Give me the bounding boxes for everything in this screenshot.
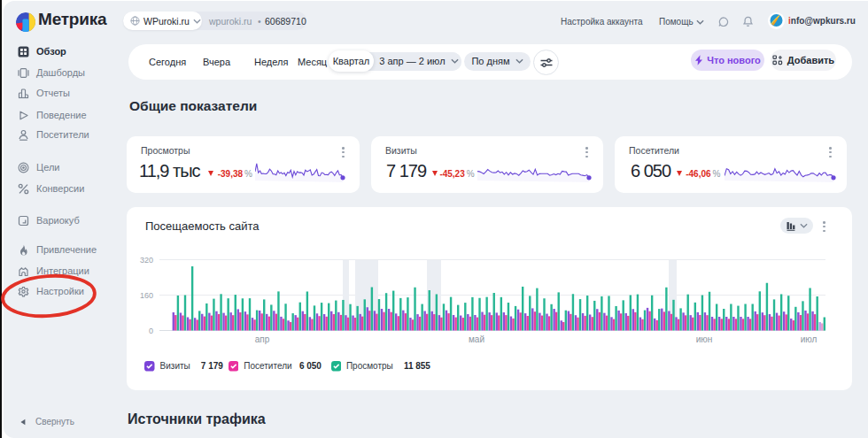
svg-text:июн: июн bbox=[696, 334, 713, 344]
svg-text:май: май bbox=[469, 334, 484, 344]
svg-text:320: 320 bbox=[140, 256, 153, 265]
svg-text:апр: апр bbox=[255, 334, 270, 344]
svg-text:0: 0 bbox=[149, 327, 153, 335]
svg-text:июл: июл bbox=[801, 334, 818, 344]
svg-text:160: 160 bbox=[140, 291, 153, 300]
